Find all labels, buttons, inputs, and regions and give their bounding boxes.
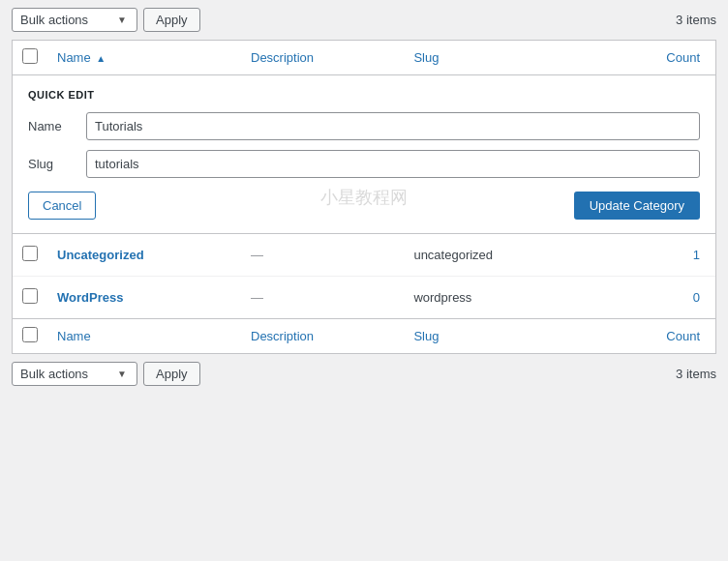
quick-edit-title: QUICK EDIT [28, 89, 700, 101]
table-footer-row: Name Description Slug Count [13, 319, 715, 354]
sort-arrow-icon: ▲ [96, 53, 106, 64]
row-name-cell: Uncategorized [47, 234, 241, 277]
header-description[interactable]: Description [241, 41, 404, 75]
bulk-actions-dropdown-bottom[interactable]: Bulk actions ▼ [12, 362, 137, 386]
bulk-actions-label-top: Bulk actions [20, 13, 88, 27]
row-description-cell: — [241, 277, 404, 319]
row-slug-cell: wordpress [404, 277, 598, 319]
row-slug-cell: uncategorized [404, 234, 598, 277]
table-row: Uncategorized — uncategorized 1 [13, 234, 715, 277]
items-count-top: 3 items [676, 13, 716, 27]
footer-count[interactable]: Count [599, 319, 715, 354]
top-bar: Bulk actions ▼ Apply 3 items [0, 0, 728, 40]
row-count-cell[interactable]: 0 [599, 277, 715, 319]
header-name[interactable]: Name ▲ [47, 41, 241, 75]
row-checkbox-cell [13, 234, 47, 277]
row-checkbox[interactable] [22, 246, 38, 261]
table-header-row: Name ▲ Description Slug Count [13, 41, 715, 75]
chevron-down-icon: ▼ [117, 369, 127, 379]
bottom-bar-left: Bulk actions ▼ Apply [12, 362, 200, 386]
row-description-cell: — [241, 234, 404, 277]
top-bar-left: Bulk actions ▼ Apply [12, 8, 200, 32]
apply-button-top[interactable]: Apply [143, 8, 200, 32]
row-checkbox[interactable] [22, 288, 38, 304]
header-slug[interactable]: Slug [404, 41, 598, 75]
chevron-down-icon: ▼ [117, 15, 127, 25]
footer-description[interactable]: Description [241, 319, 404, 354]
quick-edit-slug-label: Slug [28, 157, 86, 171]
header-checkbox-cell [13, 41, 47, 75]
footer-slug[interactable]: Slug [404, 319, 598, 354]
footer-name[interactable]: Name [47, 319, 241, 354]
row-count-cell[interactable]: 1 [599, 234, 715, 277]
bulk-actions-label-bottom: Bulk actions [20, 367, 88, 381]
main-table-wrapper: 小星教程网 Name ▲ Description Slug Count [12, 40, 716, 354]
update-category-button[interactable]: Update Category [574, 192, 700, 220]
quick-edit-name-label: Name [28, 119, 86, 133]
footer-checkbox-cell [13, 319, 47, 354]
row-name-cell: WordPress [47, 277, 241, 319]
apply-button-bottom[interactable]: Apply [143, 362, 200, 386]
quick-edit-name-input[interactable] [86, 112, 700, 140]
quick-edit-name-field: Name [28, 112, 700, 140]
bottom-bar: Bulk actions ▼ Apply 3 items [0, 354, 728, 394]
categories-table: Name ▲ Description Slug Count QUIC [13, 41, 715, 353]
header-count[interactable]: Count [599, 41, 715, 75]
bulk-actions-dropdown-top[interactable]: Bulk actions ▼ [12, 8, 137, 32]
cancel-button[interactable]: Cancel [28, 192, 96, 220]
footer-select-all-checkbox[interactable] [22, 327, 38, 342]
select-all-checkbox[interactable] [22, 48, 38, 64]
quick-edit-row: QUICK EDIT Name Slug Cancel Update Categ… [13, 75, 715, 234]
row-name-link[interactable]: Uncategorized [57, 248, 144, 262]
quick-edit-panel: QUICK EDIT Name Slug Cancel Update Categ… [13, 75, 715, 233]
table-row: WordPress — wordpress 0 [13, 277, 715, 319]
row-checkbox-cell [13, 277, 47, 319]
items-count-bottom: 3 items [676, 367, 716, 381]
quick-edit-actions: Cancel Update Category [28, 192, 700, 220]
row-name-link[interactable]: WordPress [57, 290, 123, 305]
quick-edit-slug-input[interactable] [86, 150, 700, 178]
quick-edit-slug-field: Slug [28, 150, 700, 178]
